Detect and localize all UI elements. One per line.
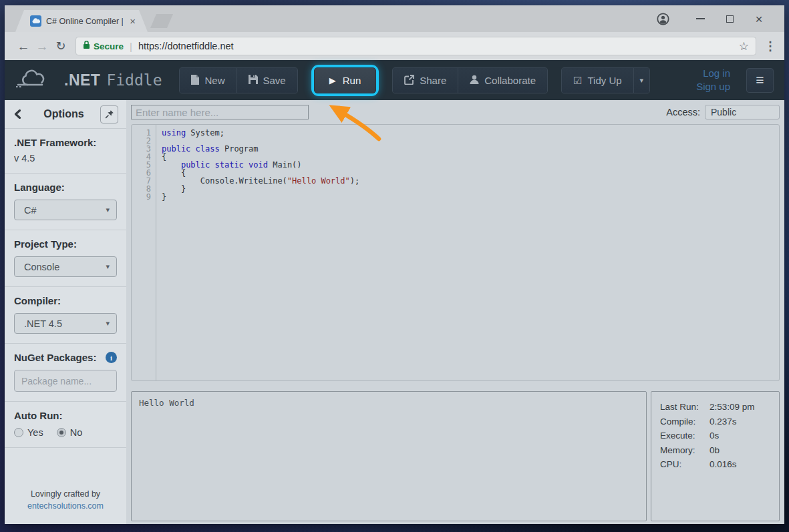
language-label: Language: xyxy=(14,182,117,193)
stat-label: Execute: xyxy=(660,431,709,441)
refresh-icon[interactable]: ↻ xyxy=(51,40,70,52)
back-icon[interactable]: ← xyxy=(14,40,33,53)
share-button[interactable]: Share xyxy=(393,68,458,93)
titlebar: C# Online Compiler | .NE × × xyxy=(5,5,784,32)
tab-close-icon[interactable]: × xyxy=(130,16,136,26)
omnibox-divider: | xyxy=(130,41,132,52)
save-button-label: Save xyxy=(263,75,286,86)
output-text: Hello World xyxy=(139,398,194,408)
collaborate-button-label: Collaborate xyxy=(484,75,536,86)
auth-links: Log in Sign up xyxy=(696,67,730,94)
chevron-down-icon: ▾ xyxy=(106,319,110,328)
browser-menu-icon[interactable]: ⋮ xyxy=(764,39,775,53)
url-text[interactable]: https://dotnetfiddle.net xyxy=(138,41,739,51)
hamburger-icon: ≡ xyxy=(756,72,764,88)
chevron-down-icon: ▾ xyxy=(106,262,110,271)
bookmark-star-icon[interactable]: ☆ xyxy=(739,39,749,53)
radio-unchecked-icon xyxy=(14,428,23,437)
chevron-down-icon: ▾ xyxy=(640,77,644,84)
project-type-section: Project Type: Console ▾ xyxy=(5,230,126,287)
new-button-label: New xyxy=(204,75,224,86)
autorun-no-label: No xyxy=(70,427,83,438)
browser-tab[interactable]: C# Online Compiler | .NE × xyxy=(15,10,148,32)
radio-checked-icon xyxy=(57,428,66,437)
code-editor[interactable]: 123456789 using System; public class Pro… xyxy=(131,124,780,381)
compiler-select[interactable]: .NET 4.5 ▾ xyxy=(14,313,117,334)
brand-dotnet: .NET xyxy=(64,71,100,89)
info-icon[interactable]: i xyxy=(106,352,117,363)
person-icon xyxy=(470,75,479,85)
stat-cpu: CPU: 0.016s xyxy=(660,459,770,469)
project-type-value: Console xyxy=(24,262,106,272)
tidy-up-button[interactable]: ☑ Tidy Up xyxy=(562,68,633,93)
maximize-button[interactable] xyxy=(715,11,744,26)
new-button[interactable]: New xyxy=(180,68,236,93)
cloud-logo-icon xyxy=(15,69,58,91)
options-title: Options xyxy=(27,108,100,120)
forward-icon: → xyxy=(33,40,51,53)
access-label: Access: xyxy=(666,107,700,117)
autorun-section: Auto Run: Yes No xyxy=(5,402,126,448)
close-button[interactable]: × xyxy=(744,11,774,26)
share-icon xyxy=(404,75,414,86)
profile-icon[interactable] xyxy=(648,11,677,26)
file-button-group: New Save xyxy=(179,67,297,93)
collaborate-button[interactable]: Collaborate xyxy=(458,68,547,93)
address-bar: ← → ↻ Secure | https://dotnetfiddle.net … xyxy=(5,32,784,60)
brand-fiddle: Fiddle xyxy=(106,71,162,89)
stat-value: 0s xyxy=(709,431,719,441)
tidyup-button-group: ☑ Tidy Up ▾ xyxy=(561,67,650,93)
options-sidebar: Options .NET Framework: v 4.5 Language: … xyxy=(5,100,126,524)
new-tab-button[interactable] xyxy=(150,14,173,28)
sidebar-footer: Lovingly crafted by entechsolutions.com xyxy=(5,489,126,524)
url-omnibox[interactable]: Secure | https://dotnetfiddle.net ☆ xyxy=(75,37,756,55)
language-value: C# xyxy=(24,205,106,216)
site-menu-button[interactable]: ≡ xyxy=(746,68,774,93)
autorun-label: Auto Run: xyxy=(14,410,117,421)
tidy-up-dropdown-button[interactable]: ▾ xyxy=(633,68,650,93)
app-toolbar: .NET Fiddle New Save ▶ Run xyxy=(5,60,784,100)
autorun-yes-radio[interactable]: Yes xyxy=(14,427,43,438)
pin-sidebar-button[interactable] xyxy=(100,105,118,123)
stat-memory: Memory: 0b xyxy=(660,445,770,455)
project-type-select[interactable]: Console ▾ xyxy=(14,256,117,277)
dotnetfiddle-favicon-cloud-icon xyxy=(30,15,41,27)
run-button[interactable]: ▶ Run xyxy=(314,67,377,93)
share-button-label: Share xyxy=(420,75,446,86)
run-button-highlight-ring: ▶ Run xyxy=(314,67,377,93)
stat-value: 0b xyxy=(709,445,720,455)
stat-value: 2:53:09 pm xyxy=(709,402,755,412)
share-button-group: Share Collaborate xyxy=(392,67,548,93)
stat-compile: Compile: 0.237s xyxy=(660,417,770,427)
browser-window: C# Online Compiler | .NE × × ← → ↻ Secur… xyxy=(5,5,784,524)
crafted-by-text: Lovingly crafted by xyxy=(11,489,120,501)
main-area: Access: Public 123456789 using System; p… xyxy=(126,100,784,524)
stat-value: 0.016s xyxy=(709,459,737,469)
stat-value: 0.237s xyxy=(709,417,737,427)
save-button[interactable]: Save xyxy=(236,68,297,93)
signup-link[interactable]: Sign up xyxy=(696,81,730,92)
project-type-label: Project Type: xyxy=(14,238,117,250)
code-text[interactable]: using System; public class Program{ publ… xyxy=(156,125,779,380)
play-icon: ▶ xyxy=(329,76,336,85)
tab-title: C# Online Compiler | .NE xyxy=(46,17,125,26)
fiddle-name-input[interactable] xyxy=(131,105,309,119)
nuget-label: NuGet Packages: xyxy=(14,352,106,363)
language-select[interactable]: C# ▾ xyxy=(14,200,117,220)
language-section: Language: C# ▾ xyxy=(5,174,126,230)
options-header: Options xyxy=(5,100,126,129)
autorun-no-radio[interactable]: No xyxy=(57,427,83,438)
access-value: Public xyxy=(711,107,736,117)
stat-label: Memory: xyxy=(660,445,709,455)
run-button-label: Run xyxy=(343,75,361,86)
tidy-check-icon: ☑ xyxy=(573,75,582,85)
login-link[interactable]: Log in xyxy=(703,67,730,79)
access-select[interactable]: Public xyxy=(705,105,780,119)
chevron-down-icon: ▾ xyxy=(106,206,110,214)
collapse-chevron-icon[interactable] xyxy=(14,109,27,119)
package-name-input[interactable] xyxy=(14,370,117,392)
entechsolutions-link[interactable]: entechsolutions.com xyxy=(27,501,104,511)
minimize-button[interactable] xyxy=(685,11,715,26)
secure-label: Secure xyxy=(94,41,124,51)
dotnetfiddle-logo[interactable]: .NET Fiddle xyxy=(15,69,162,91)
